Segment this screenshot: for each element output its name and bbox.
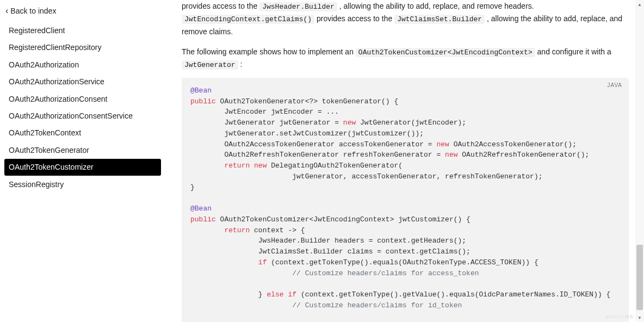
scroll-up-arrow[interactable]: ▲ (635, 0, 644, 9)
scrollbar-thumb[interactable] (636, 245, 643, 310)
intro-paragraph-2: The following example shows how to imple… (182, 46, 629, 71)
code-inline: JwtGenerator (182, 60, 238, 70)
code-inline: JwtClaimsSet.Builder (394, 15, 485, 24)
code-inline: JwtEncodingContext.getClaims() (182, 15, 314, 24)
sidebar-item-oauth2tokengenerator[interactable]: OAuth2TokenGenerator (4, 142, 161, 158)
sidebar-item-registeredclientrepository[interactable]: RegisteredClientRepository (4, 39, 161, 55)
sidebar-item-oauth2authorization[interactable]: OAuth2Authorization (4, 57, 161, 73)
sidebar-nav: RegisteredClientRegisteredClientReposito… (4, 22, 163, 193)
sidebar-item-oauth2authorizationconsentservice[interactable]: OAuth2AuthorizationConsentService (4, 108, 161, 124)
code-inline: OAuth2TokenCustomizer<JwtEncodingContext… (356, 48, 535, 57)
back-to-index-link[interactable]: ‹ Back to index (4, 4, 163, 22)
back-label: Back to index (10, 7, 56, 15)
sidebar-item-oauth2authorizationconsent[interactable]: OAuth2AuthorizationConsent (4, 91, 161, 107)
scroll-down-arrow[interactable]: ▼ (635, 313, 644, 322)
sidebar-item-oauth2tokencontext[interactable]: OAuth2TokenContext (4, 125, 161, 141)
intro-paragraph-1: provides access to the JwsHeader.Builder… (182, 0, 629, 38)
scrollbar[interactable]: ▲ ▼ (635, 0, 644, 322)
code-block: JAVA @Bean public OAuth2TokenGenerator<?… (182, 78, 629, 322)
chevron-left-icon: ‹ (5, 7, 8, 15)
sidebar-item-oauth2tokencustomizer[interactable]: OAuth2TokenCustomizer (4, 159, 161, 175)
main-content: provides access to the JwsHeader.Builder… (163, 0, 644, 322)
sidebar-item-oauth2authorizationservice[interactable]: OAuth2AuthorizationService (4, 73, 161, 90)
sidebar-item-sessionregistry[interactable]: SessionRegistry (4, 176, 161, 193)
code-content: @Bean public OAuth2TokenGenerator<?> tok… (190, 85, 620, 322)
sidebar: ‹ Back to index RegisteredClientRegister… (0, 0, 163, 322)
code-inline: JwsHeader.Builder (259, 2, 337, 11)
code-language-label: JAVA (607, 82, 622, 88)
watermark: @51CTO博客 (605, 314, 634, 320)
sidebar-item-registeredclient[interactable]: RegisteredClient (4, 22, 161, 39)
